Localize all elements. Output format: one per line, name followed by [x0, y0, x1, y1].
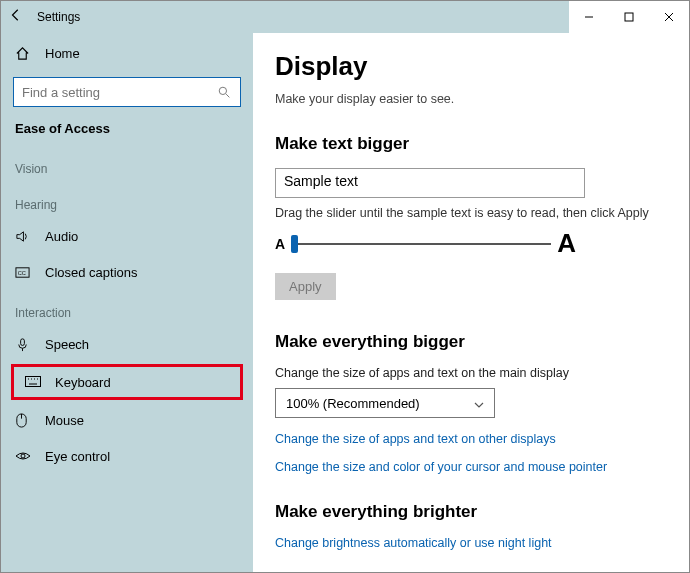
svg-rect-9 — [26, 377, 41, 387]
nav-eye[interactable]: Eye control — [1, 438, 253, 474]
search-icon — [218, 85, 232, 99]
maximize-button[interactable] — [609, 1, 649, 33]
apply-button[interactable]: Apply — [275, 273, 336, 300]
svg-point-17 — [21, 454, 25, 458]
minimize-button[interactable] — [569, 1, 609, 33]
scale-value: 100% (Recommended) — [286, 396, 420, 411]
main-content: Display Make your display easier to see.… — [253, 33, 689, 572]
link-cursor[interactable]: Change the size and color of your cursor… — [275, 460, 667, 474]
search-box[interactable] — [13, 77, 241, 107]
chevron-down-icon — [474, 396, 484, 411]
nav-cc[interactable]: CC Closed captions — [1, 254, 253, 290]
text-size-slider[interactable] — [291, 243, 551, 245]
close-button[interactable] — [649, 1, 689, 33]
page-subtitle: Make your display easier to see. — [275, 92, 667, 106]
section-vision: Vision — [1, 146, 253, 182]
text-size-slider-row: A A — [275, 228, 667, 259]
nav-keyboard-label: Keyboard — [55, 375, 111, 390]
group-title: Ease of Access — [1, 117, 253, 146]
big-a-label: A — [557, 228, 576, 259]
keyboard-icon — [25, 376, 43, 388]
nav-audio-label: Audio — [45, 229, 78, 244]
eye-icon — [15, 450, 33, 462]
link-other-displays[interactable]: Change the size of apps and text on othe… — [275, 432, 667, 446]
svg-line-5 — [226, 94, 229, 97]
svg-rect-1 — [625, 13, 633, 21]
title-bar: Settings — [1, 1, 689, 33]
nav-eye-label: Eye control — [45, 449, 110, 464]
highlight-box: Keyboard — [11, 364, 243, 400]
section-hearing: Hearing — [1, 182, 253, 218]
slider-hint: Drag the slider until the sample text is… — [275, 206, 667, 220]
nav-mouse[interactable]: Mouse — [1, 402, 253, 438]
small-a-label: A — [275, 236, 285, 252]
home-label: Home — [45, 46, 80, 61]
scale-description: Change the size of apps and text on the … — [275, 366, 667, 380]
mouse-icon — [15, 413, 33, 428]
section-text-bigger: Make text bigger — [275, 134, 667, 154]
link-brightness[interactable]: Change brightness automatically or use n… — [275, 536, 667, 550]
nav-cc-label: Closed captions — [45, 265, 138, 280]
back-button[interactable] — [9, 8, 29, 26]
svg-point-4 — [219, 87, 226, 94]
home-nav[interactable]: Home — [1, 35, 253, 71]
nav-audio[interactable]: Audio — [1, 218, 253, 254]
window-controls — [569, 1, 689, 33]
sidebar: Home Ease of Access Vision Hearing Audio… — [1, 33, 253, 572]
svg-text:CC: CC — [18, 269, 26, 275]
nav-speech-label: Speech — [45, 337, 89, 352]
speaker-icon — [15, 229, 33, 244]
cc-icon: CC — [15, 266, 33, 279]
section-everything-bigger: Make everything bigger — [275, 332, 667, 352]
search-input[interactable] — [22, 85, 218, 100]
page-title: Display — [275, 51, 667, 82]
nav-speech[interactable]: Speech — [1, 326, 253, 362]
section-brighter: Make everything brighter — [275, 502, 667, 522]
sample-text-box: Sample text — [275, 168, 585, 198]
window-title: Settings — [37, 10, 80, 24]
home-icon — [15, 46, 33, 61]
nav-mouse-label: Mouse — [45, 413, 84, 428]
scale-dropdown[interactable]: 100% (Recommended) — [275, 388, 495, 418]
mic-icon — [15, 337, 33, 352]
svg-rect-8 — [21, 338, 25, 345]
slider-thumb[interactable] — [291, 235, 298, 253]
nav-keyboard[interactable]: Keyboard — [11, 367, 240, 397]
section-interaction: Interaction — [1, 290, 253, 326]
